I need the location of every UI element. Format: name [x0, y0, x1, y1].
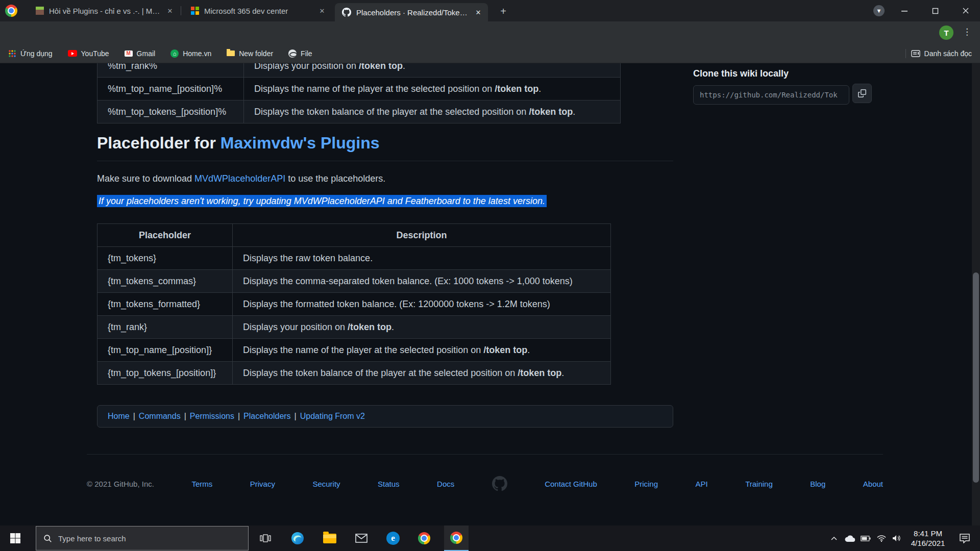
footer-link-blog[interactable]: Blog — [810, 480, 825, 488]
footer-link-contact[interactable]: Contact GitHub — [545, 480, 597, 488]
footer-link-status[interactable]: Status — [378, 480, 400, 488]
table-row: %tm_top_tokens_[position]% Displays the … — [97, 101, 621, 123]
chrome-icon — [450, 532, 462, 544]
taskbar-file-explorer-button[interactable] — [317, 525, 342, 551]
battery-icon — [861, 536, 871, 541]
tray-onedrive-button[interactable] — [842, 525, 857, 551]
tray-volume-button[interactable] — [889, 525, 903, 551]
mvdw-api-link[interactable]: MVdWPlaceholderAPI — [194, 173, 285, 184]
wiki-nav-commands[interactable]: Commands — [139, 412, 181, 421]
tab-title: Hỏi về Plugins - chỉ e vs .-. | Mine — [49, 7, 160, 15]
footer-link-training[interactable]: Training — [745, 480, 773, 488]
tab-github-placeholders[interactable]: Placeholders · Realizedd/TokenM ✕ — [335, 3, 488, 21]
tab-title: Microsoft 365 dev center — [204, 7, 312, 15]
highlighted-note: If your placeholders aren't working, try… — [97, 196, 547, 207]
table-row: {tm_rank} Displays your position on /tok… — [97, 316, 611, 339]
tab-close-icon[interactable]: ✕ — [165, 6, 175, 15]
bookmark-file[interactable]: File — [288, 49, 312, 58]
table-row: {tm_tokens_formatted} Displays the forma… — [97, 293, 611, 316]
github-octocat-icon[interactable] — [492, 476, 507, 491]
copy-url-button[interactable] — [852, 84, 872, 103]
footer-link-docs[interactable]: Docs — [437, 480, 454, 488]
table-row: %tm_rank% Displays your position on /tok… — [97, 63, 621, 78]
placeholder-cell: %tm_rank% — [97, 63, 244, 78]
browser-menu-icon[interactable]: ⋮ — [963, 27, 971, 37]
description-cell: Displays the name of the player at the s… — [244, 78, 621, 101]
edge-legacy-icon: e — [386, 532, 400, 545]
page-content: %tm_rank% Displays your position on /tok… — [0, 63, 980, 525]
placeholder-cell: {tm_tokens_formatted} — [97, 293, 233, 316]
tray-network-button[interactable] — [874, 525, 889, 551]
reading-list-icon — [911, 49, 920, 58]
taskbar-chrome-button[interactable] — [412, 525, 436, 551]
tab-close-icon[interactable]: ✕ — [317, 6, 327, 15]
description-cell: Displays the token balance of the player… — [233, 362, 611, 385]
bookmark-new-folder[interactable]: New folder — [227, 49, 273, 58]
window-close-button[interactable] — [951, 0, 980, 21]
search-icon — [43, 534, 52, 543]
profile-avatar[interactable]: T — [939, 26, 953, 40]
footer-link-terms[interactable]: Terms — [191, 480, 212, 488]
maximvdw-plugins-link[interactable]: Maximvdw's Plugins — [220, 134, 380, 152]
maximize-icon — [932, 8, 939, 14]
table-row: {tm_top_tokens_[position]} Displays the … — [97, 362, 611, 385]
description-cell: Displays the name of the player at the s… — [233, 339, 611, 362]
bookmark-gmail[interactable]: M Gmail — [125, 49, 156, 58]
scrollbar-thumb[interactable] — [973, 272, 979, 483]
wiki-nav-placeholders[interactable]: Placeholders — [243, 412, 291, 421]
close-icon — [962, 7, 969, 14]
taskbar-browser-e-button[interactable]: e — [381, 525, 405, 551]
tab-minecraft-forum[interactable]: Hỏi về Plugins - chỉ e vs .-. | Mine ✕ — [29, 0, 180, 21]
footer-link-pricing[interactable]: Pricing — [634, 480, 658, 488]
wiki-nav-updating[interactable]: Updating From v2 — [300, 412, 365, 421]
tab-title: Placeholders · Realizedd/TokenM — [356, 8, 469, 17]
action-center-button[interactable] — [953, 525, 976, 551]
description-cell: Displays your position on /token top. — [233, 316, 611, 339]
file-explorer-icon — [323, 534, 336, 543]
clone-url-input[interactable] — [693, 85, 849, 105]
tray-battery-button[interactable] — [859, 525, 873, 551]
microsoft-favicon — [191, 7, 199, 15]
placeholder-table-braces: Placeholder Description {tm_tokens} Disp… — [97, 223, 611, 385]
bookmark-apps[interactable]: Ứng dụng — [8, 49, 53, 58]
bookmark-homevn[interactable]: ⌂ Home.vn — [170, 49, 211, 58]
wifi-icon — [877, 535, 886, 542]
tab-close-icon[interactable]: ✕ — [474, 8, 483, 17]
task-view-button[interactable] — [254, 525, 277, 551]
footer-link-about[interactable]: About — [863, 480, 883, 488]
bookmarks-divider — [905, 49, 906, 58]
minecraft-favicon — [36, 7, 44, 15]
extension-icon[interactable]: ▼ — [873, 5, 885, 16]
action-center-icon — [959, 533, 970, 543]
tray-expand-button[interactable] — [827, 525, 841, 551]
mail-icon — [355, 534, 368, 543]
speaker-icon — [892, 535, 901, 542]
wiki-nav-home[interactable]: Home — [108, 412, 130, 421]
taskbar-search-box[interactable] — [36, 526, 249, 550]
clone-wiki-title: Clone this wiki locally — [693, 68, 873, 79]
window-maximize-button[interactable] — [920, 0, 950, 21]
footer-link-security[interactable]: Security — [312, 480, 340, 488]
taskbar-chrome-active-button[interactable] — [444, 525, 469, 551]
start-button[interactable] — [0, 525, 31, 551]
taskbar-mail-button[interactable] — [349, 525, 374, 551]
wiki-nav-permissions[interactable]: Permissions — [190, 412, 234, 421]
window-minimize-button[interactable] — [890, 0, 919, 21]
clone-wiki-widget: Clone this wiki locally — [693, 68, 873, 105]
footer-link-privacy[interactable]: Privacy — [250, 480, 275, 488]
new-tab-button[interactable]: + — [496, 4, 510, 18]
taskbar-clock[interactable]: 8:41 PM 4/16/2021 — [904, 525, 951, 551]
tab-separator — [181, 6, 181, 15]
footer-link-api[interactable]: API — [696, 480, 708, 488]
reading-list-button[interactable]: Danh sách đọc — [911, 49, 972, 58]
tab-microsoft-365[interactable]: Microsoft 365 dev center ✕ — [184, 0, 332, 21]
edge-icon — [291, 532, 304, 545]
search-input[interactable] — [58, 534, 227, 543]
globe-icon — [288, 49, 297, 58]
placeholder-cell: {tm_tokens_commas} — [97, 270, 233, 293]
youtube-icon — [68, 50, 77, 57]
bookmark-youtube[interactable]: YouTube — [68, 49, 109, 58]
taskbar-edge-button[interactable] — [285, 525, 310, 551]
browser-toolbar: ← → ↻ github.com/Realizedd/TokenManager/… — [0, 21, 980, 44]
table-row: %tm_top_name_[position]% Displays the na… — [97, 78, 621, 101]
